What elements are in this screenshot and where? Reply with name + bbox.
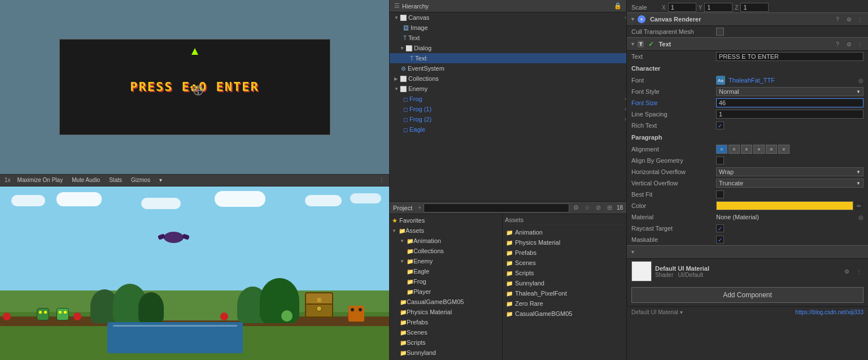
cull-checkbox[interactable] xyxy=(716,28,724,36)
project-lock-icon[interactable]: ⊘ xyxy=(594,203,603,212)
align-top-center[interactable]: ≡ xyxy=(729,145,740,154)
align-mid-center[interactable]: ≡ xyxy=(766,145,777,154)
hierarchy-item-frog2[interactable]: ◻ Frog (1) › xyxy=(390,104,626,114)
align-by-geo-checkbox[interactable] xyxy=(716,157,724,164)
asset-animation[interactable]: 📁 Animation xyxy=(505,227,624,237)
color-swatch[interactable] xyxy=(716,201,853,210)
h-overflow-dropdown[interactable]: Wrap ▼ xyxy=(716,167,863,176)
ptree-animation[interactable]: ▼ 📁 Animation xyxy=(390,236,502,246)
font-value[interactable]: ThaleahFat_TTF xyxy=(729,77,857,84)
line-spacing-input[interactable] xyxy=(716,110,863,119)
color-edit-icon[interactable]: ✏ xyxy=(854,201,863,210)
toolbar-more-dots[interactable]: ⋮ xyxy=(378,176,385,184)
ptree-assets[interactable]: ▼ 📁 Assets xyxy=(390,225,502,236)
pref-folder: 📁 xyxy=(400,319,407,326)
align-mid-left[interactable]: ≡ xyxy=(753,145,765,154)
ptree-scenes[interactable]: 📁 Scenes xyxy=(390,327,502,337)
align-top-left[interactable]: ≡ xyxy=(716,145,727,154)
add-component-button[interactable]: Add Component xyxy=(631,287,863,303)
hierarchy-item-text2[interactable]: T Text xyxy=(390,53,626,63)
gizmos-btn[interactable]: Gizmos xyxy=(129,177,152,183)
stats-btn[interactable]: Stats xyxy=(107,177,124,183)
ptree-casualgame[interactable]: 📁 CasualGameBGM05 xyxy=(390,297,502,307)
project-filter-icon[interactable]: ☆ xyxy=(583,203,592,212)
gizmos-dropdown-arrow[interactable]: ▾ xyxy=(157,177,164,183)
ptree-enemy[interactable]: ▼ 📁 Enemy xyxy=(390,256,502,266)
canvas-renderer-header[interactable]: ▼ ● Canvas Renderer ? ⚙ ⋮ xyxy=(627,12,868,26)
rich-text-checkbox[interactable]: ✓ xyxy=(716,122,724,129)
align-mid-right[interactable]: ≡ xyxy=(778,145,790,154)
asset-zero-icon: 📁 xyxy=(506,301,513,307)
asset-zerorare[interactable]: 📁 Zero Rare xyxy=(505,298,624,309)
hierarchy-item-frog1[interactable]: ◻ Frog › xyxy=(390,94,626,104)
font-target-icon[interactable]: ◎ xyxy=(858,77,863,84)
material-menu-icon[interactable]: ⋮ xyxy=(854,267,863,276)
scale-z-input[interactable] xyxy=(740,3,769,12)
asset-sunnyland[interactable]: 📁 Sunnyland xyxy=(505,278,624,288)
material-settings-icon[interactable]: ⚙ xyxy=(842,267,851,276)
ptree-prefabs[interactable]: 📁 Prefabs xyxy=(390,317,502,327)
text-component-header[interactable]: ▼ T ✓ Text ? ⚙ ⋮ xyxy=(627,37,868,51)
asset-prefabs[interactable]: 📁 Prefabs xyxy=(505,248,624,258)
platform-1 xyxy=(0,316,102,323)
ptree-frog[interactable]: 📁 Frog xyxy=(390,276,502,287)
project-zoom-icon[interactable]: ⊞ xyxy=(605,203,614,212)
ptree-sunnyland[interactable]: 📁 Sunnyland xyxy=(390,348,502,358)
hierarchy-item-text1[interactable]: T Text xyxy=(390,33,626,43)
bottom-material-label[interactable]: Default UI Material ▾ xyxy=(631,309,683,315)
platform-1-top xyxy=(0,312,102,316)
mute-audio-btn[interactable]: Mute Audio xyxy=(69,177,102,183)
text-menu-icon[interactable]: ⋮ xyxy=(856,40,865,49)
font-style-label: Font Style xyxy=(631,88,716,95)
bottom-link[interactable]: https://blog.csdn.net/xiji333 xyxy=(795,309,863,315)
asset-scenes[interactable]: 📁 Scenes xyxy=(505,258,624,268)
asset-thaleah[interactable]: 📁 Thaleah_PixelFont xyxy=(505,288,624,298)
maximize-on-play-btn[interactable]: Maximize On Play xyxy=(15,177,66,183)
ptree-thaleah[interactable]: 📁 Thaleah_PixelFont xyxy=(390,358,502,360)
ptree-player[interactable]: 📁 Player xyxy=(390,287,502,297)
asset-casualgame[interactable]: 📁 CasualGameBGM05 xyxy=(505,309,624,319)
text-value-input[interactable] xyxy=(716,52,863,61)
maskable-checkbox[interactable]: ✓ xyxy=(716,236,724,244)
text-settings-icon[interactable]: ⚙ xyxy=(844,40,853,49)
move-handle-icon[interactable] xyxy=(193,85,204,96)
ptree-collections[interactable]: 📁 Collections xyxy=(390,246,502,256)
scale-y-input[interactable] xyxy=(704,3,732,12)
canvas-renderer-menu-icon[interactable]: ⋮ xyxy=(856,15,865,24)
v-overflow-dropdown[interactable]: Truncate ▼ xyxy=(716,179,863,188)
hierarchy-item-canvas[interactable]: ▼ ⬜ Canvas › xyxy=(390,12,626,23)
hierarchy-item-image[interactable]: 🖼 Image xyxy=(390,23,626,33)
canvas-renderer-settings-icon[interactable]: ⚙ xyxy=(844,15,853,24)
hierarchy-lock-icon[interactable]: 🔒 xyxy=(614,2,622,10)
material-target-icon[interactable]: ◎ xyxy=(858,214,863,220)
hierarchy-item-eventsystem[interactable]: ⚙ EventSystem xyxy=(390,63,626,73)
hierarchy-item-eagle[interactable]: ◻ Eagle xyxy=(390,124,626,135)
hierarchy-item-enemy[interactable]: ▼ ⬜ Enemy xyxy=(390,84,626,94)
raycast-checkbox[interactable]: ✓ xyxy=(716,224,724,232)
ptree-favorites[interactable]: ★ Favorites xyxy=(390,215,502,225)
ptree-physics[interactable]: 📁 Physics Material xyxy=(390,307,502,317)
ptree-animation-label: Animation xyxy=(413,237,441,244)
project-search-input[interactable] xyxy=(424,203,569,212)
ptree-eagle[interactable]: 📁 Eagle xyxy=(390,266,502,276)
best-fit-checkbox[interactable] xyxy=(716,190,724,198)
inspector-panel: Scale X Y Z ▼ ● Canvas Renderer ? ⚙ ⋮ Cu… xyxy=(627,0,868,360)
hierarchy-item-frog3[interactable]: ◻ Frog (2) › xyxy=(390,114,626,124)
text-help-icon[interactable]: ? xyxy=(833,40,842,49)
canvas-renderer-help-icon[interactable]: ? xyxy=(833,15,842,24)
default-material-header[interactable]: ▼ xyxy=(627,245,868,259)
bush-5 xyxy=(260,278,299,323)
asset-thal-icon: 📁 xyxy=(506,290,513,297)
eagle-wing-r xyxy=(182,233,190,240)
add-icon[interactable]: + xyxy=(418,205,421,211)
asset-physics-material[interactable]: 📁 Physics Material xyxy=(505,237,624,248)
hierarchy-item-dialog[interactable]: ▼ ⬜ Dialog xyxy=(390,43,626,53)
font-style-dropdown[interactable]: Normal ▼ xyxy=(716,87,863,96)
font-size-input[interactable] xyxy=(716,98,863,107)
asset-scripts[interactable]: 📁 Scripts xyxy=(505,268,624,278)
hierarchy-item-collections[interactable]: ▶ ⬜ Collections xyxy=(390,73,626,84)
scale-x-input[interactable] xyxy=(668,3,696,12)
ptree-scripts[interactable]: 📁 Scripts xyxy=(390,337,502,348)
project-settings-icon[interactable]: ⚙ xyxy=(572,203,581,212)
align-top-right[interactable]: ≡ xyxy=(741,145,752,154)
